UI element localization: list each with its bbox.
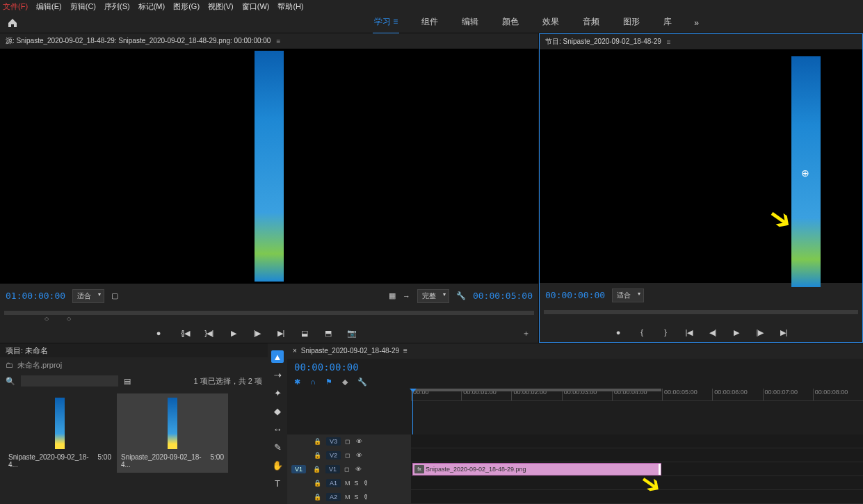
add-marker-tl-icon[interactable]: ⚑: [325, 377, 332, 387]
track-v2[interactable]: 🔒V2◻👁: [287, 448, 863, 462]
track-select-tool-icon[interactable]: ⇢: [271, 368, 284, 381]
ws-tab-color[interactable]: 颜色: [501, 11, 520, 34]
source-quality-dropdown[interactable]: 完整: [417, 289, 449, 303]
type-tool-icon[interactable]: T: [271, 477, 284, 489]
ws-tab-editing[interactable]: 编辑: [460, 11, 480, 34]
selection-tool-icon[interactable]: ▲: [271, 350, 284, 363]
pen-tool-icon[interactable]: ✎: [271, 441, 284, 453]
source-panel-tab[interactable]: 源: Snipaste_2020-09-02_18-48-29: Snipast…: [0, 33, 538, 49]
play-icon[interactable]: ▶: [228, 327, 239, 339]
slip-tool-icon[interactable]: ↔: [271, 423, 284, 435]
step-forward-icon[interactable]: |▶: [755, 327, 766, 338]
menu-view[interactable]: 视图(V): [208, 1, 234, 12]
menu-graphics[interactable]: 图形(G): [173, 1, 200, 12]
step-forward-icon[interactable]: |▶: [252, 327, 263, 339]
mark-out-icon[interactable]: }: [200, 327, 211, 339]
source-in-timecode[interactable]: 01:00:00:00: [6, 291, 65, 301]
panel-menu-icon[interactable]: ≡: [276, 38, 280, 45]
step-back-icon[interactable]: ◀|: [707, 327, 718, 338]
mute-icon[interactable]: ◻: [345, 452, 350, 459]
lock-icon[interactable]: 🔒: [312, 494, 322, 501]
menu-edit[interactable]: 编辑(E): [36, 1, 62, 12]
snap-icon[interactable]: ✱: [294, 377, 300, 387]
project-panel-tab[interactable]: 项目: 未命名: [0, 343, 268, 357]
source-scrubber[interactable]: ◇ ◇: [0, 308, 538, 323]
eye-icon[interactable]: 👁: [354, 438, 364, 445]
export-frame-icon[interactable]: 📷: [346, 327, 357, 339]
aspect-arrow-icon[interactable]: →: [403, 292, 410, 300]
razor-tool-icon[interactable]: ◆: [271, 405, 284, 417]
track-a1[interactable]: 🔒A1MS🎙: [287, 476, 863, 490]
program-viewer[interactable]: ⊕ ➔: [540, 49, 862, 283]
anchor-point-icon[interactable]: ⊕: [801, 168, 809, 179]
eye-icon[interactable]: 👁: [354, 452, 364, 459]
program-scrubber[interactable]: [540, 307, 862, 323]
panel-menu-icon[interactable]: ≡: [667, 38, 671, 46]
menu-marker[interactable]: 标记(M): [138, 1, 166, 12]
ws-tab-learning[interactable]: 学习 ≡: [373, 11, 399, 34]
ws-tab-graphics[interactable]: 图形: [622, 11, 641, 34]
safe-margins-icon[interactable]: ▢: [111, 291, 118, 300]
button-editor-icon[interactable]: ＋: [520, 327, 531, 339]
linked-selection-icon[interactable]: ∩: [310, 377, 316, 386]
lock-icon[interactable]: 🔒: [312, 466, 321, 473]
list-view-icon[interactable]: ▤: [124, 377, 131, 386]
eye-icon[interactable]: 👁: [353, 466, 363, 473]
ws-tab-library[interactable]: 库: [662, 11, 673, 34]
ws-tab-audio[interactable]: 音频: [581, 11, 601, 34]
menu-file[interactable]: 文件(F): [3, 1, 28, 12]
lock-icon[interactable]: 🔒: [312, 480, 322, 487]
menu-sequence[interactable]: 序列(S): [104, 1, 130, 12]
ws-tab-effects[interactable]: 效果: [541, 11, 560, 34]
timeline-timecode[interactable]: 00:00:00:00: [287, 359, 863, 375]
track-v1[interactable]: V1🔒V1◻👁 Snipaste_2020-09-02_18-48-29.png: [287, 462, 863, 476]
panel-menu-icon[interactable]: ≡: [403, 347, 408, 355]
mark-in-icon[interactable]: {: [636, 327, 647, 338]
wrench-icon[interactable]: 🔧: [456, 291, 466, 300]
program-zoom-dropdown[interactable]: 适合: [612, 288, 644, 302]
timeline-clip[interactable]: Snipaste_2020-09-02_18-48-29.png: [412, 463, 661, 475]
timeline-ruler[interactable]: 00:00 00:00:01:00 00:00:02:00 00:00:03:0…: [411, 389, 863, 401]
mark-in-icon[interactable]: {: [177, 327, 188, 339]
program-panel-tab[interactable]: 节目: Snipaste_2020-09-02_18-48-29 ≡: [540, 34, 862, 49]
ripple-edit-tool-icon[interactable]: ✦: [271, 387, 284, 399]
project-breadcrumb[interactable]: 🗀 未命名.prproj: [0, 357, 268, 373]
home-button[interactable]: [0, 13, 25, 33]
mute-m-icon[interactable]: M: [345, 494, 350, 501]
solo-s-icon[interactable]: S: [355, 480, 359, 487]
solo-s-icon[interactable]: S: [355, 494, 359, 501]
menu-window[interactable]: 窗口(W): [242, 1, 270, 12]
project-search-input[interactable]: [21, 375, 118, 387]
source-patch[interactable]: V1: [291, 465, 306, 473]
lock-icon[interactable]: 🔒: [312, 438, 322, 445]
close-tab-icon[interactable]: ×: [293, 347, 297, 355]
voice-icon[interactable]: 🎙: [363, 480, 369, 487]
voice-icon[interactable]: 🎙: [363, 494, 369, 501]
mute-icon[interactable]: ◻: [345, 438, 350, 445]
work-area-bar[interactable]: [411, 389, 661, 391]
track-a2[interactable]: 🔒A2MS🎙: [287, 490, 863, 504]
ws-tab-assembly[interactable]: 组件: [420, 11, 439, 34]
settings-icon[interactable]: ◆: [342, 377, 348, 387]
mark-out-icon[interactable]: }: [660, 327, 671, 338]
wrench-icon[interactable]: 🔧: [357, 377, 367, 387]
go-out-icon[interactable]: ▶|: [275, 327, 287, 339]
bin-item[interactable]: Snipaste_2020-09-02_18-4...5:00: [117, 393, 228, 473]
insert-icon[interactable]: ⬓: [299, 327, 310, 339]
mute-m-icon[interactable]: M: [345, 480, 350, 487]
add-marker-icon[interactable]: ●: [153, 327, 164, 339]
overwrite-icon[interactable]: ⬒: [323, 327, 334, 339]
menu-clip[interactable]: 剪辑(C): [70, 1, 96, 12]
source-zoom-dropdown[interactable]: 适合: [72, 289, 104, 303]
program-timecode[interactable]: 00:00:00:00: [545, 290, 605, 300]
timeline-panel-tab[interactable]: × Snipaste_2020-09-02_18-48-29 ≡: [287, 343, 863, 359]
add-marker-icon[interactable]: ●: [613, 327, 624, 338]
hand-tool-icon[interactable]: ✋: [271, 459, 284, 471]
source-viewer[interactable]: [0, 49, 538, 284]
lock-icon[interactable]: 🔒: [312, 452, 322, 459]
menu-help[interactable]: 帮助(H): [277, 1, 303, 12]
ws-more-button[interactable]: »: [694, 18, 699, 28]
go-out-icon[interactable]: ▶|: [778, 327, 789, 338]
mute-icon[interactable]: ◻: [344, 466, 349, 473]
track-v3[interactable]: 🔒V3◻👁: [287, 434, 863, 448]
